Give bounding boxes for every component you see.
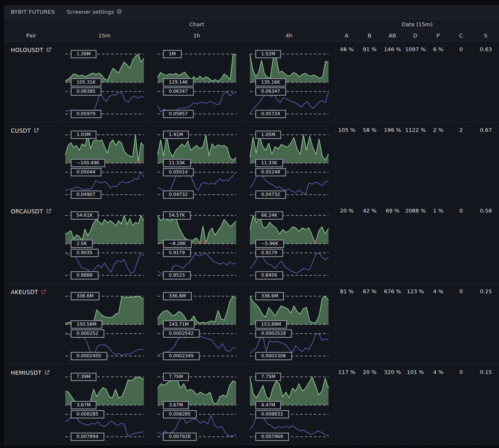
chart-cell-15m[interactable]: 7.39M3.67M0.0082850.007894 — [58, 364, 151, 445]
volume-sparkline: 336.6M153.88M — [250, 296, 329, 324]
price-sparkline: 0.0002520.0002405 — [65, 334, 144, 356]
data-cell-a: 20 % — [335, 203, 358, 283]
gear-icon: ⚙ — [116, 9, 122, 15]
chart-cell-1h[interactable]: 1.41M11.33K0.050140.04732 — [151, 122, 243, 203]
price-max-label: 0.9179 — [163, 249, 191, 257]
volume-min-label: 150.58M — [71, 320, 102, 329]
chart-cell-1h[interactable]: 336.6M143.71M0.00025420.0002349 — [151, 284, 243, 364]
pair-cell: HEMIUSDT — [4, 364, 58, 445]
chart-cell-15m[interactable]: 1.03M−100.49K0.050440.04907 — [58, 122, 151, 203]
volume-min-label: 129.14K — [163, 78, 194, 87]
screener-panel: BYBIT FUTURES Screener settings ⚙ Chart … — [4, 5, 499, 445]
data-cell-ab: 196 % — [381, 122, 404, 203]
data-cell-d: 1122 % — [404, 122, 427, 203]
price-max-label: 0.008833 — [255, 410, 289, 418]
external-link-icon[interactable] — [34, 128, 39, 133]
screener-settings-button[interactable]: Screener settings ⚙ — [67, 9, 122, 15]
data-cell-p: 4 % — [427, 284, 450, 364]
volume-min-label: 2.5K — [71, 240, 93, 248]
chart-cell-4h[interactable]: 7.75M4.47M0.0088330.007969 — [243, 364, 335, 445]
data-cell-a: 81 % — [335, 284, 358, 364]
column-header-c[interactable]: C — [450, 32, 472, 39]
column-header-a[interactable]: A — [335, 32, 358, 39]
data-cell-ab: 676 % — [381, 284, 404, 364]
column-header-d[interactable]: D — [404, 32, 427, 39]
price-max-label: 0.0002528 — [255, 329, 292, 338]
volume-max-label: 336.6M — [71, 292, 99, 300]
table-row: HEMIUSDT7.39M3.67M0.0082850.0078947.75M3… — [4, 364, 499, 445]
chart-cell-4h[interactable]: 1.52M135.16K0.063470.05724 — [243, 42, 335, 122]
group-header-row: Chart Data (15m) — [4, 19, 499, 30]
volume-sparkline: 1.05M11.33K — [250, 135, 329, 163]
volume-min-label: 143.71M — [163, 320, 195, 329]
column-header-s[interactable]: S — [472, 32, 499, 39]
chart-cell-4h[interactable]: 1.05M11.33K0.052480.04732 — [243, 122, 335, 203]
price-min-label: 0.0002405 — [71, 352, 107, 360]
data-cell-s: 0.25 — [472, 284, 499, 364]
data-cell-ab: 320 % — [381, 364, 404, 445]
external-link-icon[interactable] — [46, 47, 52, 52]
data-cell-p: 1 % — [427, 203, 450, 283]
table-row: AKEUSDT336.6M150.58M0.0002520.0002405336… — [4, 284, 499, 364]
chart-cell-1h[interactable]: 1M129.14K0.063470.05857 — [151, 42, 243, 122]
data-cell-c: 0 — [450, 42, 472, 122]
data-cell-b: 58 % — [358, 122, 381, 203]
volume-min-label: 3.67M — [71, 401, 96, 409]
volume-sparkline: 54.57K−8.28K — [158, 215, 236, 244]
price-sparkline: 0.00025280.0002306 — [250, 334, 329, 356]
column-header-15m[interactable]: 15m — [58, 32, 151, 39]
chart-cell-1h[interactable]: 54.57K−8.28K0.91790.8523 — [151, 203, 243, 283]
price-sparkline: 0.050140.04732 — [158, 172, 236, 195]
data-cell-s: 0.67 — [472, 122, 499, 203]
price-min-label: 0.04907 — [71, 191, 101, 199]
data-cell-s: 0.63 — [472, 42, 499, 122]
chart-cell-15m[interactable]: 54.61K2.5K0.90350.8888 — [58, 203, 151, 283]
price-min-label: 0.8456 — [255, 271, 283, 280]
app-title: BYBIT FUTURES — [11, 9, 55, 15]
price-min-label: 0.04732 — [163, 191, 194, 199]
price-sparkline: 0.050440.04907 — [65, 172, 144, 195]
external-link-icon[interactable] — [44, 370, 50, 375]
data-cell-c: 0 — [450, 364, 472, 445]
volume-max-label: 66.24K — [255, 211, 283, 220]
column-header-1h[interactable]: 1h — [151, 32, 243, 39]
chart-cell-1h[interactable]: 7.75M3.67M0.0082850.007928 — [151, 364, 243, 445]
volume-max-label: 336.6M — [163, 292, 192, 300]
pair-name: HOLOUSDT — [11, 47, 43, 53]
volume-sparkline: 1.26M105.31K — [65, 54, 144, 82]
column-header-pair[interactable]: Pair — [4, 32, 58, 39]
volume-sparkline: 1.03M−100.49K — [65, 135, 144, 163]
price-max-label: 0.06385 — [71, 87, 101, 96]
column-header-4h[interactable]: 4h — [243, 32, 335, 39]
data-cell-p: 4 % — [427, 364, 450, 445]
data-cell-b: 67 % — [358, 284, 381, 364]
volume-sparkline: 1.41M11.33K — [158, 135, 236, 163]
price-min-label: 0.0002349 — [163, 352, 200, 360]
price-sparkline: 0.0088330.007969 — [250, 414, 329, 437]
volume-sparkline: 336.6M143.71M — [158, 296, 236, 324]
price-sparkline: 0.063470.05857 — [158, 92, 236, 114]
chart-cell-4h[interactable]: 336.6M153.88M0.00025280.0002306 — [243, 284, 335, 364]
chart-cell-15m[interactable]: 336.6M150.58M0.0002520.0002405 — [58, 284, 151, 364]
price-max-label: 0.000252 — [71, 329, 104, 338]
data-cell-s: 0.15 — [472, 364, 499, 445]
data-cell-b: 91 % — [358, 42, 381, 122]
column-header-p[interactable]: P — [427, 32, 450, 39]
chart-cell-4h[interactable]: 66.24K−5.96K0.91790.8456 — [243, 203, 335, 283]
chart-cell-15m[interactable]: 1.26M105.31K0.063850.05979 — [58, 42, 151, 122]
external-link-icon[interactable] — [41, 289, 47, 295]
external-link-icon[interactable] — [46, 208, 52, 214]
volume-min-label: 105.31K — [71, 78, 101, 87]
table-row: ORCAUSDT54.61K2.5K0.90350.888854.57K−8.2… — [4, 203, 499, 284]
volume-max-label: 1.05M — [255, 131, 281, 139]
pair-cell: HOLOUSDT — [4, 42, 58, 122]
price-max-label: 0.008285 — [71, 410, 104, 418]
column-header-b[interactable]: B — [358, 32, 381, 39]
group-header-chart: Chart — [58, 21, 335, 27]
price-max-label: 0.05044 — [71, 168, 101, 176]
data-cell-b: 20 % — [358, 364, 381, 445]
top-bar: BYBIT FUTURES Screener settings ⚙ — [4, 5, 499, 19]
volume-max-label: 7.39M — [71, 373, 96, 381]
column-header-ab[interactable]: AB — [381, 32, 404, 39]
volume-sparkline: 7.75M3.67M — [158, 377, 236, 405]
